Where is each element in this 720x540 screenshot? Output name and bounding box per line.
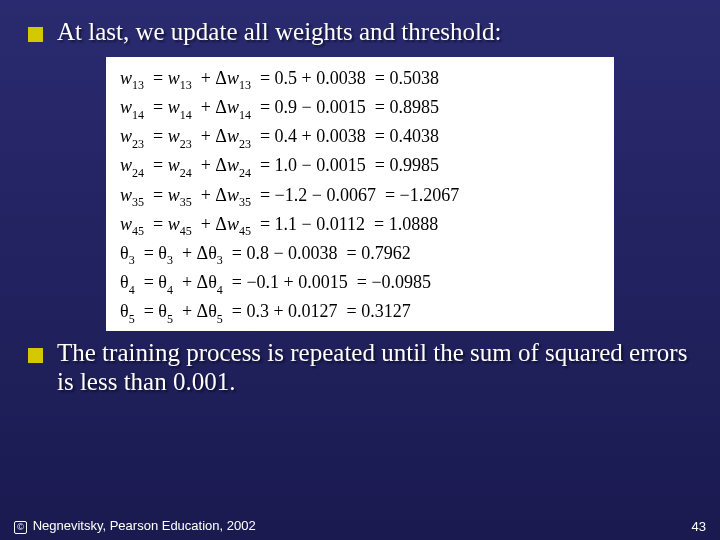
bullet-bottom-row: The training process is repeated until t… (0, 339, 720, 397)
equations-panel: w13 = w13 + Δw13 = 0.5 + 0.0038 = 0.5038… (106, 57, 614, 332)
copyright-text: Negnevitsky, Pearson Education, 2002 (33, 518, 256, 533)
eq-w13: w13 = w13 + Δw13 = 0.5 + 0.0038 = 0.5038 (120, 65, 600, 94)
bullet-icon (28, 27, 43, 42)
bullet-bottom-text: The training process is repeated until t… (57, 339, 692, 397)
eq-w24: w24 = w24 + Δw24 = 1.0 − 0.0015 = 0.9985 (120, 152, 600, 181)
eq-w35: w35 = w35 + Δw35 = −1.2 − 0.0067 = −1.20… (120, 182, 600, 211)
eq-t4: θ4 = θ4 + Δθ4 = −0.1 + 0.0015 = −0.0985 (120, 269, 600, 298)
eq-w14: w14 = w14 + Δw14 = 0.9 − 0.0015 = 0.8985 (120, 94, 600, 123)
bullet-top-text: At last, we update all weights and thres… (57, 18, 501, 47)
bullet-icon (28, 348, 43, 363)
copyright: © Negnevitsky, Pearson Education, 2002 (14, 518, 256, 534)
eq-t5: θ5 = θ5 + Δθ5 = 0.3 + 0.0127 = 0.3127 (120, 298, 600, 327)
slide: At last, we update all weights and thres… (0, 0, 720, 540)
eq-w23: w23 = w23 + Δw23 = 0.4 + 0.0038 = 0.4038 (120, 123, 600, 152)
eq-w45: w45 = w45 + Δw45 = 1.1 − 0.0112 = 1.0888 (120, 211, 600, 240)
page-number: 43 (692, 519, 706, 534)
bullet-top-row: At last, we update all weights and thres… (0, 0, 720, 47)
copyright-icon: © (14, 521, 27, 534)
footer: © Negnevitsky, Pearson Education, 2002 4… (14, 518, 706, 534)
eq-t3: θ3 = θ3 + Δθ3 = 0.8 − 0.0038 = 0.7962 (120, 240, 600, 269)
